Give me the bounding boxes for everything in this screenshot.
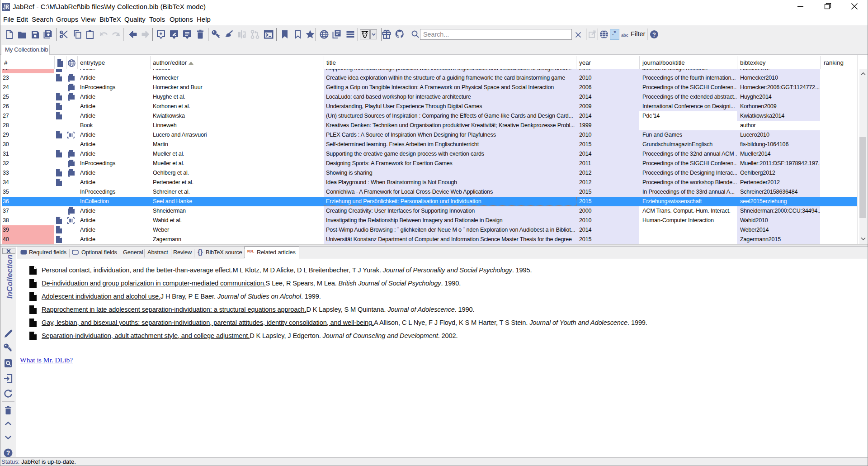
svg-text:?: ? — [652, 31, 656, 38]
svg-text:?: ? — [6, 449, 10, 456]
